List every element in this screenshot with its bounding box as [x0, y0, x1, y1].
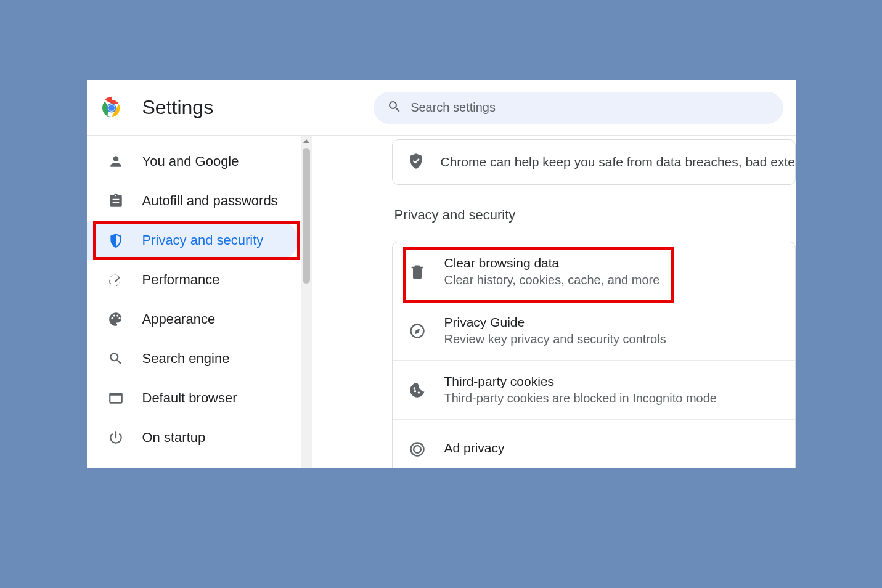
row-primary-text: Ad privacy	[444, 441, 505, 455]
sidebar-item-performance[interactable]: Performance	[87, 260, 312, 300]
sidebar-item-you-and-google[interactable]: You and Google	[87, 142, 312, 181]
sidebar-item-on-startup[interactable]: On startup	[87, 418, 312, 457]
row-secondary-text: Third-party cookies are blocked in Incog…	[444, 391, 717, 406]
row-secondary-text: Clear history, cookies, cache, and more	[444, 273, 660, 287]
sidebar-item-label: Search engine	[142, 351, 230, 367]
sidebar-item-label: Autofill and passwords	[142, 193, 278, 209]
row-primary-text: Clear browsing data	[444, 256, 660, 271]
sidebar-item-label: Performance	[142, 272, 220, 288]
safety-check-card[interactable]: Chrome can help keep you safe from data …	[392, 139, 796, 185]
row-ad-privacy[interactable]: Ad privacy	[393, 420, 795, 468]
sidebar-item-label: Privacy and security	[142, 232, 264, 248]
svg-point-3	[108, 105, 115, 111]
row-primary-text: Third-party cookies	[444, 374, 717, 389]
compass-icon	[407, 321, 427, 341]
search-box[interactable]	[374, 92, 783, 124]
window-icon	[107, 389, 125, 407]
privacy-settings-list: Clear browsing data Clear history, cooki…	[392, 242, 796, 468]
row-clear-browsing-data[interactable]: Clear browsing data Clear history, cooki…	[393, 242, 795, 301]
clipboard-icon	[107, 192, 125, 210]
section-title: Privacy and security	[392, 207, 796, 223]
search-input[interactable]	[410, 100, 769, 115]
main-panel: Chrome can help keep you safe from data …	[312, 136, 796, 468]
speedometer-icon	[107, 271, 125, 289]
sidebar-item-appearance[interactable]: Appearance	[87, 300, 312, 339]
sidebar-item-privacy-security[interactable]: Privacy and security	[87, 221, 298, 260]
cookie-icon	[407, 380, 427, 400]
row-privacy-guide[interactable]: Privacy Guide Review key privacy and sec…	[393, 301, 795, 361]
person-icon	[107, 152, 125, 171]
search-icon	[387, 99, 402, 116]
sidebar-item-label: On startup	[142, 430, 206, 446]
safety-banner-text: Chrome can help keep you safe from data …	[441, 155, 796, 169]
sidebar-item-default-browser[interactable]: Default browser	[87, 378, 312, 418]
trash-icon	[407, 262, 427, 282]
row-secondary-text: Review key privacy and security controls	[444, 332, 666, 346]
search-icon	[107, 349, 125, 368]
row-primary-text: Privacy Guide	[444, 315, 666, 330]
sidebar-item-search-engine[interactable]: Search engine	[87, 339, 312, 378]
settings-window: Settings You and Google	[87, 80, 796, 468]
shield-check-icon	[407, 152, 425, 172]
shield-icon	[107, 231, 125, 250]
sidebar: You and Google Autofill and passwords Pr…	[87, 136, 312, 468]
header: Settings	[87, 80, 796, 136]
row-third-party-cookies[interactable]: Third-party cookies Third-party cookies …	[393, 361, 795, 420]
page-title: Settings	[142, 96, 214, 119]
content-area: You and Google Autofill and passwords Pr…	[87, 136, 796, 468]
sidebar-item-label: Default browser	[142, 390, 237, 406]
sidebar-item-label: Appearance	[142, 311, 216, 327]
chrome-logo-icon	[99, 96, 124, 120]
palette-icon	[107, 310, 125, 329]
sidebar-item-label: You and Google	[142, 153, 239, 169]
power-icon	[107, 428, 125, 447]
target-icon	[407, 439, 427, 459]
sidebar-item-autofill[interactable]: Autofill and passwords	[87, 181, 312, 221]
